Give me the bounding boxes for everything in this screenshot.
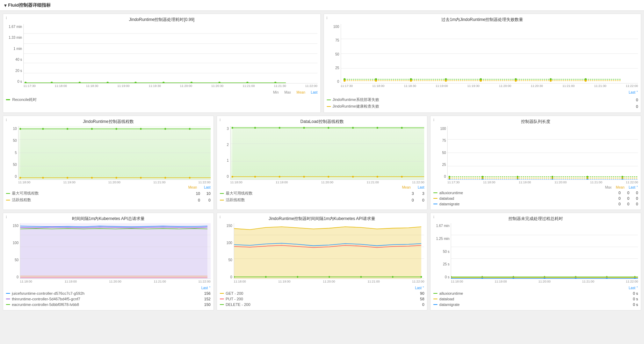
svg-point-6 <box>51 82 53 83</box>
x-label: 11:19:00 <box>436 84 448 90</box>
legend-last: 58 <box>415 297 424 301</box>
row-1: i JindoRuntime控制器处理耗时[0.99] 1.67 min 1.3… <box>3 14 641 113</box>
y-label: 100 <box>440 127 446 131</box>
y-label: 75 <box>335 38 339 42</box>
x-label: 11:21:30 <box>274 84 286 90</box>
svg-point-69 <box>254 176 256 178</box>
x-label: 11:17:30 <box>23 84 36 90</box>
x-label: 11:22:00 <box>198 280 211 286</box>
svg-point-27 <box>375 80 377 82</box>
stat-last: Last <box>204 185 211 189</box>
svg-point-54 <box>189 177 191 179</box>
legend-max: 0 <box>614 196 621 200</box>
panel-title-1: JindoRuntime控制器处理耗时[0.99] <box>6 17 318 23</box>
legend-label: datamigrate <box>439 302 626 307</box>
x-label: 11:21:30 <box>594 84 606 90</box>
svg-point-53 <box>165 177 166 179</box>
x-label: 11:22:00 <box>305 84 317 90</box>
legend-last: 0 <box>415 302 424 307</box>
legend-label: GET - 200 <box>226 291 414 295</box>
svg-point-98 <box>517 179 519 180</box>
legend-label: dataload <box>439 297 626 301</box>
legend-last: 0 <box>631 191 638 195</box>
collapse-icon[interactable]: ▾ <box>4 3 7 8</box>
svg-point-75 <box>401 176 403 178</box>
panel-info-8[interactable]: i <box>433 215 434 219</box>
x-label: 11:20:00 <box>323 280 335 286</box>
y-label: 1 min <box>14 47 22 51</box>
last-dropdown[interactable]: Last ˅ <box>201 286 211 290</box>
panel-title-7: JindoRuntime控制器时间间隔1m内Kubernetes API请求量 <box>220 216 425 222</box>
legend-2: JindoRuntime系统部署失败 0 JindoRuntime健康检查失败 … <box>327 96 638 110</box>
last-dropdown[interactable]: Last ˅ <box>629 90 638 94</box>
panel-info-7[interactable]: i <box>220 215 220 219</box>
y-label: 25 s <box>443 262 449 266</box>
svg-marker-111 <box>234 227 421 279</box>
svg-point-10 <box>162 82 165 83</box>
x-label: 11:20:30 <box>531 84 543 90</box>
y-label: 0 s <box>445 275 449 279</box>
panel-title-4: DataLoad控制器线程数 <box>220 119 425 125</box>
chart-svg-7 <box>234 223 425 279</box>
x-label: 11:18:00 <box>451 280 463 286</box>
last-dropdown[interactable]: Last ˅ <box>415 286 425 290</box>
y-label: 0 <box>227 175 229 178</box>
y-label: 5 <box>15 151 17 155</box>
chart-svg-3 <box>19 126 211 180</box>
stat-last: Last ˅ <box>629 185 638 189</box>
panel-jindo-latency: i JindoRuntime控制器处理耗时[0.99] 1.67 min 1.3… <box>3 14 321 113</box>
panel-info-2[interactable]: i <box>327 16 327 20</box>
legend-label: datamigrate <box>439 202 612 206</box>
svg-point-71 <box>303 176 305 178</box>
y-label: 100 <box>13 241 19 245</box>
x-label: 11:21:00 <box>582 280 594 286</box>
legend-last: 10 <box>202 191 211 196</box>
svg-point-30 <box>480 80 482 82</box>
legend-label: DELETE - 200 <box>226 302 414 307</box>
legend-label: 最大可用线程数 <box>226 191 404 196</box>
svg-point-49 <box>67 177 68 179</box>
svg-point-113 <box>265 276 267 278</box>
svg-point-32 <box>550 80 552 82</box>
svg-point-115 <box>328 276 330 278</box>
panel-info-6[interactable]: i <box>6 215 7 219</box>
panel-info-4[interactable]: i <box>220 118 220 122</box>
svg-point-70 <box>278 176 280 178</box>
svg-point-9 <box>135 82 137 83</box>
legend-1: Reconcile耗时 <box>6 96 318 103</box>
y-label: 25 <box>442 163 446 167</box>
svg-point-72 <box>327 176 329 178</box>
legend-last: 0 s <box>628 291 638 295</box>
x-label: 11:21:00 <box>243 84 255 90</box>
panel-info-5[interactable]: i <box>433 118 434 122</box>
stat-mean: Mean <box>402 185 411 189</box>
x-label: 11:21:00 <box>153 181 166 185</box>
x-label: 11:21:00 <box>590 181 602 185</box>
legend-last: 0 <box>631 202 638 206</box>
legend-label: Reconcile耗时 <box>12 97 318 102</box>
panel-dataload-threads: i DataLoad控制器线程数 3 2 1 0 <box>217 116 428 210</box>
legend-label: alluxioruntime <box>439 191 612 195</box>
svg-point-66 <box>401 127 403 129</box>
panel-title-2: 过去1m内JindoRuntime控制器处理失败数量 <box>327 17 638 23</box>
legend-mean: 0 <box>622 202 629 206</box>
svg-point-62 <box>303 127 305 129</box>
legend-label: eacruntime-controller-5dbbf0f678-lvbb8 <box>12 302 200 307</box>
svg-point-41 <box>91 128 93 130</box>
y-label: 50 s <box>443 250 449 254</box>
x-label: 11:20:00 <box>321 181 333 185</box>
x-label: 11:19:30 <box>467 84 479 90</box>
last-dropdown[interactable]: Last ˅ <box>629 286 638 290</box>
svg-point-48 <box>42 177 44 179</box>
panel-title-8: 控制器未完成处理过程总耗时 <box>433 216 638 222</box>
panel-title-6: 时间间隔1m内Kubernetes API总请求量 <box>6 216 211 222</box>
panel-info-3[interactable]: i <box>6 118 7 122</box>
y-label: 50 <box>335 52 339 56</box>
legend-val: 0 <box>636 98 638 102</box>
legend-mean: 0 <box>405 198 414 202</box>
page-header: ▾ Fluid控制器详细指标 <box>0 0 644 11</box>
legend-max: 0 <box>614 202 621 206</box>
panel-info-1[interactable]: i <box>6 16 7 20</box>
y-label: 50 <box>13 163 17 167</box>
legend-color <box>6 99 10 100</box>
